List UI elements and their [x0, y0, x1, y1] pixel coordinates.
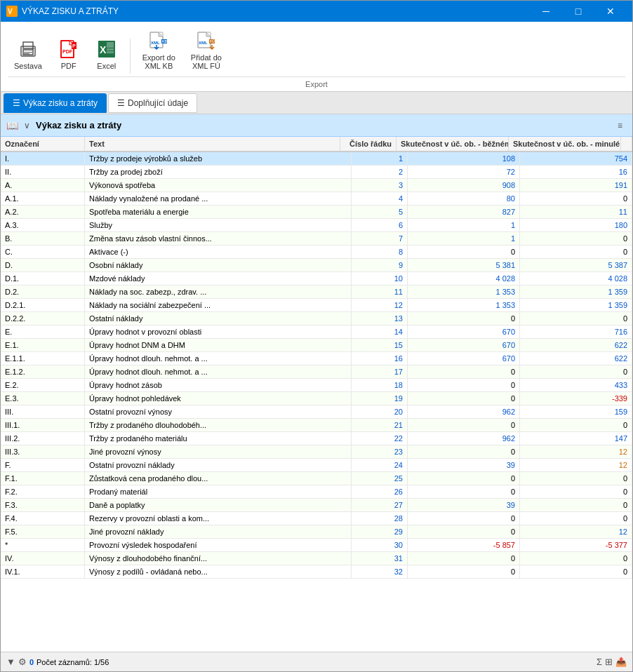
table-row[interactable]: A.1. Náklady vynaložené na prodané ... 4… — [1, 192, 632, 206]
report-menu-button[interactable]: ≡ — [613, 119, 627, 132]
td-text: Tržby z prodeje výrobků a služeb — [85, 152, 352, 165]
table-row[interactable]: F. Ostatní provozní náklady 24 39 12 — [1, 459, 632, 472]
table-row[interactable]: F.5. Jiné provozní náklady 29 0 12 — [1, 525, 632, 539]
td-text: Výnosy z dlouhodobého finanční... — [85, 552, 352, 565]
table-body[interactable]: I. Tržby z prodeje výrobků a služeb 1 10… — [1, 152, 632, 652]
td-cislo: 5 — [352, 206, 408, 218]
table-row[interactable]: III.1. Tržby z prodaného dlouhodobéh... … — [1, 419, 632, 432]
table-row[interactable]: F.4. Rezervy v provozní oblasti a kom...… — [1, 512, 632, 525]
table-row[interactable]: C. Aktivace (-) 8 0 0 — [1, 246, 632, 259]
td-cislo: 32 — [352, 565, 408, 578]
table-header: Označení Text Číslo řádku Skutečnost v ú… — [1, 137, 632, 152]
table-row[interactable]: A.2. Spotřeba materiálu a energie 5 827 … — [1, 206, 632, 219]
td-minule: 12 — [520, 525, 632, 538]
td-cislo: 19 — [352, 392, 408, 405]
td-minule: 0 — [520, 512, 632, 525]
td-bezne: 908 — [408, 179, 520, 191]
td-bezne: 72 — [408, 166, 520, 178]
toolbar-items: Sestava PDF P PDF — [8, 26, 625, 74]
table-row[interactable]: * Provozní výsledek hospodaření 30 -5 85… — [1, 539, 632, 552]
td-text: Úpravy hodnot pohledávek — [85, 392, 352, 405]
tab-vykaz[interactable]: ☰ Výkaz zisku a ztráty — [4, 93, 107, 113]
table-row[interactable]: III.3. Jiné provozní výnosy 23 0 12 — [1, 445, 632, 459]
td-bezne: 1 353 — [408, 299, 520, 311]
td-text: Výnosy z podílů - ovládaná nebo... — [85, 565, 352, 578]
table-row[interactable]: F.2. Prodaný materiál 26 0 0 — [1, 485, 632, 499]
td-cislo: 20 — [352, 405, 408, 418]
maximize-button[interactable]: □ — [562, 1, 594, 22]
settings-icon[interactable]: ⚙ — [18, 657, 27, 667]
sestava-button[interactable]: Sestava — [8, 34, 48, 74]
td-bezne: 0 — [408, 472, 520, 485]
printer-icon — [17, 38, 39, 60]
td-bezne: 0 — [408, 552, 520, 565]
td-text: Prodaný materiál — [85, 485, 352, 498]
table-row[interactable]: IV. Výnosy z dlouhodobého finanční... 31… — [1, 552, 632, 565]
export-xml-kb-button[interactable]: XML KB Export do XML KB — [136, 26, 182, 74]
table-row[interactable]: A.3. Služby 6 1 180 — [1, 219, 632, 232]
table-row[interactable]: D.1. Mzdové náklady 10 4 028 4 028 — [1, 272, 632, 285]
close-button[interactable]: ✕ — [594, 1, 627, 22]
table-row[interactable]: F.3. Daně a poplatky 27 39 0 — [1, 499, 632, 512]
td-minule: 0 — [520, 312, 632, 325]
td-text: Jiné provozní výnosy — [85, 445, 352, 458]
td-cislo: 7 — [352, 232, 408, 245]
table-row[interactable]: E.3. Úpravy hodnot pohledávek 19 0 -339 — [1, 392, 632, 405]
table-row[interactable]: D.2. Náklady na soc. zabezp., zdrav. ...… — [1, 285, 632, 299]
minimize-button[interactable]: ─ — [530, 1, 562, 22]
td-bezne: 0 — [408, 512, 520, 525]
svg-rect-13 — [107, 42, 114, 48]
table-row[interactable]: F.1. Zůstatková cena prodaného dlou... 2… — [1, 472, 632, 485]
table-row[interactable]: II. Tržby za prodej zboží 2 72 16 — [1, 166, 632, 179]
table-row[interactable]: D. Osobní náklady 9 5 381 5 387 — [1, 259, 632, 272]
td-cislo: 16 — [352, 352, 408, 365]
td-cislo: 23 — [352, 445, 408, 458]
table-row[interactable]: E. Úpravy hodnot v provozní oblasti 14 6… — [1, 325, 632, 339]
pdf-button[interactable]: PDF P PDF — [51, 34, 86, 74]
td-minule: 0 — [520, 232, 632, 245]
export-icon[interactable]: 📤 — [615, 657, 627, 667]
th-scroll-placeholder — [621, 137, 632, 151]
sum-icon[interactable]: Σ — [597, 657, 602, 667]
td-cislo: 21 — [352, 419, 408, 431]
table-row[interactable]: IV.1. Výnosy z podílů - ovládaná nebo...… — [1, 565, 632, 579]
collapse-arrow[interactable]: ∨ — [24, 121, 30, 130]
table-row[interactable]: I. Tržby z prodeje výrobků a služeb 1 10… — [1, 152, 632, 166]
tab-doplnujici[interactable]: ☰ Doplňující údaje — [108, 93, 197, 113]
table-row[interactable]: III. Ostatní provozní výnosy 20 962 159 — [1, 405, 632, 419]
td-oznaceni: C. — [1, 246, 85, 258]
td-minule: 0 — [520, 565, 632, 578]
toolbar-sep-1 — [130, 39, 131, 74]
td-cislo: 30 — [352, 539, 408, 551]
td-oznaceni: II. — [1, 166, 85, 178]
td-text: Změna stavu zásob vlastní činnos... — [85, 232, 352, 245]
table-row[interactable]: D.2.2. Ostatní náklady 13 0 0 — [1, 312, 632, 325]
td-cislo: 24 — [352, 459, 408, 471]
td-cislo: 11 — [352, 285, 408, 298]
table-row[interactable]: E.1.2. Úpravy hodnot dlouh. nehmot. a ..… — [1, 365, 632, 379]
table-row[interactable]: E.2. Úpravy hodnot zásob 18 0 433 — [1, 379, 632, 392]
td-cislo: 2 — [352, 166, 408, 178]
pridat-xml-fu-button[interactable]: XML FÚ Přidat do XML FÚ — [185, 26, 228, 74]
excel-button[interactable]: X Excel — [89, 34, 124, 74]
svg-rect-3 — [23, 42, 33, 48]
table-row[interactable]: E.1.1. Úpravy hodnot dlouh. nehmot. a ..… — [1, 352, 632, 365]
excel-icon: X — [95, 38, 118, 60]
filter-icon[interactable]: ▼ — [6, 657, 15, 667]
table-row[interactable]: A. Výkonová spotřeba 3 908 191 — [1, 179, 632, 192]
tab-doplnujici-label: Doplňující údaje — [128, 98, 188, 108]
td-bezne: 0 — [408, 379, 520, 391]
td-cislo: 31 — [352, 552, 408, 565]
td-bezne: 670 — [408, 339, 520, 351]
td-bezne: 0 — [408, 419, 520, 431]
table-row[interactable]: D.2.1. Náklady na sociální zabezpečení .… — [1, 299, 632, 312]
td-text: Ostatní provozní náklady — [85, 459, 352, 471]
svg-text:PDF: PDF — [62, 49, 73, 54]
table-row[interactable]: B. Změna stavu zásob vlastní činnos... 7… — [1, 232, 632, 246]
td-cislo: 15 — [352, 339, 408, 351]
table-row[interactable]: III.2. Tržby z prodaného materiálu 22 96… — [1, 432, 632, 445]
grid-icon[interactable]: ⊞ — [605, 657, 613, 667]
table-row[interactable]: E.1. Úpravy hodnot DNM a DHM 15 670 622 — [1, 339, 632, 352]
td-text: Náklady na sociální zabezpečení ... — [85, 299, 352, 311]
td-minule: 180 — [520, 219, 632, 231]
